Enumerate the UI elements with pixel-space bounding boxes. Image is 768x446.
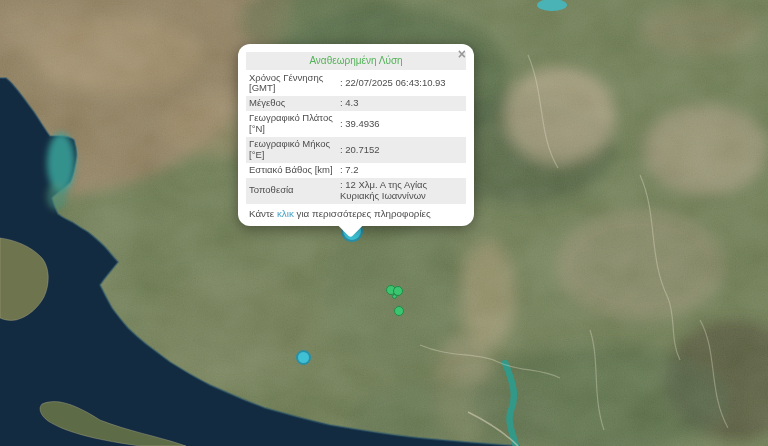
row-label: Μέγεθος [249,98,340,109]
earthquake-map-screen: × Αναθεωρημένη Λύση Χρόνος Γέννησης [GMT… [0,0,768,446]
popup-title: Αναθεωρημένη Λύση [246,52,466,70]
row-value: : 39.4936 [340,119,463,130]
row-label: Τοποθεσία [249,185,340,196]
row-value: : 4.3 [340,98,463,109]
row-label: Γεωγραφικό Μήκος [°E] [249,139,340,161]
row-value: : 7.2 [340,165,463,176]
row-value: : 12 Χλμ. Α της Αγίας Κυριακής Ιωαννίνων [340,180,463,202]
colon: : [340,164,343,175]
row-value: : 22/07/2025 06:43:10.93 [340,78,463,89]
popup-footer: Κάντε κλικ για περισσότερες πληροφορίες [246,204,466,219]
row-depth: Εστιακό Βάθος [km] : 7.2 [246,163,466,178]
seismic-marker-teal[interactable] [296,350,311,365]
colon: : [340,118,343,129]
row-label: Εστιακό Βάθος [km] [249,165,340,176]
row-longitude: Γεωγραφικό Μήκος [°E] : 20.7152 [246,137,466,163]
footer-text-prefix: Κάντε [249,208,277,219]
row-latitude: Γεωγραφικό Πλάτος [°N] : 39.4936 [246,111,466,137]
seismic-marker-green-3[interactable] [392,294,397,299]
row-label: Γεωγραφικό Πλάτος [°N] [249,113,340,135]
seismic-marker-green-4[interactable] [394,306,404,316]
colon: : [340,179,343,190]
row-origin-time: Χρόνος Γέννησης [GMT] : 22/07/2025 06:43… [246,71,466,97]
earthquake-info-popup: × Αναθεωρημένη Λύση Χρόνος Γέννησης [GMT… [238,44,474,226]
close-icon[interactable]: × [458,47,466,61]
row-location: Τοποθεσία : 12 Χλμ. Α της Αγίας Κυριακής… [246,178,466,204]
row-label: Χρόνος Γέννησης [GMT] [249,73,340,95]
colon: : [340,97,343,108]
footer-text-suffix: για περισσότερες πληροφορίες [294,208,431,219]
colon: : [340,144,343,155]
row-value: : 20.7152 [340,145,463,156]
row-magnitude: Μέγεθος : 4.3 [246,96,466,111]
more-info-link[interactable]: κλικ [277,208,294,219]
colon: : [340,77,343,88]
